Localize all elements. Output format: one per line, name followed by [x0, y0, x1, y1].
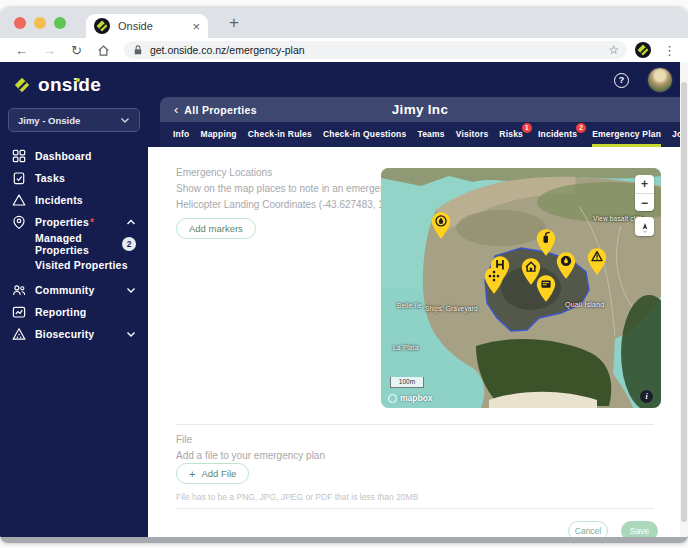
app-topbar: ? [148, 62, 680, 97]
onside-logo-text: onside [38, 74, 101, 96]
map-label-belle-ile: Belle Ile [397, 302, 422, 309]
chevron-down-icon [126, 287, 136, 294]
window-close-button[interactable] [14, 17, 26, 29]
chevron-down-icon [120, 117, 130, 124]
main-area: ? ‹ All Properties Jimy Inc Info Mapping… [148, 62, 680, 537]
plus-icon: + [189, 468, 195, 480]
sidebar-item-incidents[interactable]: Incidents [0, 189, 148, 211]
zoom-in-button[interactable]: + [635, 175, 654, 193]
onside-logo-icon [13, 76, 31, 94]
tab-visitors[interactable]: Visitors [456, 122, 489, 147]
onside-extension-icon[interactable] [635, 42, 651, 58]
sidebar-item-tasks[interactable]: Tasks [0, 167, 148, 189]
chevron-down-icon [126, 331, 136, 338]
biosecurity-icon [12, 327, 26, 341]
property-header: ‹ All Properties Jimy Inc [160, 97, 680, 122]
new-tab-button[interactable]: + [222, 11, 246, 35]
sidebar-item-visited-properties[interactable]: Visited Properties [0, 254, 148, 275]
properties-alert-asterisk: * [90, 217, 94, 228]
chevron-up-icon [126, 219, 136, 226]
reporting-icon [12, 305, 26, 319]
sidebar-item-biosecurity[interactable]: Biosecurity [0, 323, 148, 345]
page-scrollbar[interactable] [680, 62, 688, 537]
footer-divider [176, 508, 654, 509]
onside-app: onside Jimy - Onside Dashboa [0, 62, 688, 537]
onside-favicon-icon [94, 18, 110, 34]
tab-close-icon[interactable]: × [192, 19, 200, 34]
browser-toolbar: ← → ↻ get.onside.co.nz/emergency-plan ☆ … [0, 38, 688, 62]
add-markers-button[interactable]: Add markers [176, 218, 256, 239]
tab-checkin-questions[interactable]: Check-in Questions [323, 122, 406, 147]
bookmark-star-icon[interactable]: ☆ [608, 43, 619, 57]
onside-logo: onside [0, 62, 148, 96]
cancel-button[interactable]: Cancel [568, 521, 608, 537]
sidebar-item-reporting[interactable]: Reporting [0, 301, 148, 323]
tab-mapping[interactable]: Mapping [200, 122, 236, 147]
property-tabbar: Info Mapping Check-in Rules Check-in Que… [160, 122, 680, 147]
emergency-locations-title: Emergency Locations [176, 167, 272, 178]
tab-emergency-plan[interactable]: Emergency Plan [592, 122, 661, 147]
browser-tab[interactable]: Onside × [86, 14, 208, 38]
help-button[interactable]: ? [614, 73, 629, 88]
map-marker-water[interactable] [431, 211, 451, 240]
forward-icon: → [43, 44, 56, 57]
sidebar-nav: Dashboard Tasks Incidents [0, 145, 148, 345]
sidebar-item-properties[interactable]: Properties* [0, 211, 148, 233]
window-zoom-button[interactable] [54, 17, 66, 29]
map-scale: 100m [390, 377, 424, 388]
map-marker-water-supply[interactable] [556, 251, 576, 280]
url-bar[interactable]: get.onside.co.nz/emergency-plan ☆ [124, 41, 627, 59]
map-info-button[interactable]: i [640, 390, 653, 403]
property-pin-icon [12, 215, 26, 229]
map-marker-hazard[interactable] [587, 247, 607, 276]
dashboard-icon [12, 149, 26, 163]
map-marker-first-aid[interactable] [536, 274, 556, 303]
tab-risks[interactable]: Risks1 [499, 122, 523, 147]
file-section-title: File [176, 434, 192, 445]
tab-incidents[interactable]: Incidents2 [538, 122, 577, 147]
sidebar-item-managed-properties[interactable]: Managed Properties 2 [0, 233, 148, 254]
map-satellite-terrain [381, 168, 661, 408]
mapbox-attribution[interactable]: mapbox [388, 393, 433, 403]
tab-checkin-rules[interactable]: Check-in Rules [248, 122, 312, 147]
save-button[interactable]: Save [621, 521, 658, 537]
chevron-left-icon: ‹ [174, 103, 178, 116]
reload-icon[interactable]: ↻ [71, 44, 82, 57]
home-icon[interactable] [97, 44, 110, 57]
window-bottom-edge [0, 537, 688, 543]
file-section-subtitle: Add a file to your emergency plan [176, 450, 325, 461]
sidebar: onside Jimy - Onside Dashboa [0, 62, 148, 537]
tab-info[interactable]: Info [173, 122, 189, 147]
avatar[interactable] [647, 67, 673, 93]
managed-properties-count-badge: 2 [122, 237, 136, 251]
lock-icon [132, 44, 144, 56]
url-text[interactable]: get.onside.co.nz/emergency-plan [150, 44, 608, 56]
window-minimize-button[interactable] [34, 17, 46, 29]
scrollbar-thumb[interactable] [681, 82, 687, 522]
risks-count-badge: 1 [522, 123, 532, 133]
emergency-locations-subtitle: Show on the map places to note in an eme… [176, 183, 396, 194]
map-zoom-controls: + − [635, 175, 654, 211]
map-marker-fire-extinguisher[interactable] [536, 228, 556, 257]
browser-menu-icon[interactable]: ⋮ [663, 43, 676, 58]
map-label-la-plata: La Plata [393, 344, 418, 351]
add-file-button[interactable]: + Add File [176, 463, 249, 484]
map-label-quail-island: Quail Island [565, 301, 604, 308]
map-marker-assembly-point[interactable] [484, 266, 504, 295]
browser-tabstrip: Onside × + [0, 8, 688, 38]
org-selector-dropdown[interactable]: Jimy - Onside [8, 108, 140, 132]
logo-i-dot [76, 78, 80, 82]
back-icon[interactable]: ← [15, 44, 28, 57]
tasks-icon [12, 171, 26, 185]
emergency-plan-content: Emergency Locations Show on the map plac… [148, 147, 680, 537]
emergency-map[interactable]: View basalt cliffs Belle Ile Ships' Grav… [381, 168, 661, 408]
sidebar-item-community[interactable]: Community [0, 279, 148, 301]
breadcrumb-all-properties[interactable]: ‹ All Properties [174, 97, 257, 122]
file-hint: File has to be a PNG, JPG, JPEG or PDF t… [176, 492, 418, 502]
zoom-out-button[interactable]: − [635, 193, 654, 211]
map-compass-button[interactable] [635, 217, 654, 236]
browser-window: Onside × + ← → ↻ get.onside.co.nz/emerge… [0, 8, 688, 543]
tab-teams[interactable]: Teams [417, 122, 444, 147]
sidebar-item-dashboard[interactable]: Dashboard [0, 145, 148, 167]
tab-title: Onside [118, 20, 192, 32]
